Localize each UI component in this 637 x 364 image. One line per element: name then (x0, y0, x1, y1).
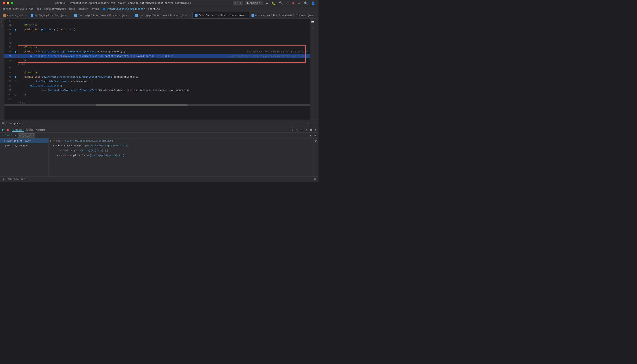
console-clear-btn[interactable]: 🗑 (2, 178, 6, 181)
var-item-application[interactable]: ▶ ∞ ∞ this.application = {SpringApplicat… (49, 153, 314, 158)
scroll-down-btn[interactable]: ▼ (313, 134, 317, 137)
tab-abstract[interactable]: AbstractApplicationEventMulticaster.java… (249, 12, 318, 18)
console-tab-btn[interactable]: 控制台 (25, 128, 34, 132)
resume-btn[interactable]: ▶ (1, 128, 5, 132)
scroll-up-btn[interactable]: ▲ (308, 134, 312, 137)
run-button[interactable]: ▶ (265, 1, 269, 5)
frames-btn[interactable]: ≡ (314, 128, 317, 132)
run-to-cursor-btn[interactable]: ⇥ (304, 128, 308, 132)
stop-debug-btn[interactable]: ⏹ (6, 128, 10, 132)
debug-side-expand-btn[interactable]: ⊞ (314, 139, 318, 143)
breakpoint-79[interactable] (14, 76, 16, 78)
filter-funnel-btn[interactable]: ▾ (14, 134, 17, 137)
var-item-this[interactable]: ▶ ≡≡ this = {EventPublishingRunListener@… (49, 138, 314, 143)
uses-count-1: 1个用法 (4, 63, 310, 66)
user-button[interactable]: 👤 (310, 1, 316, 5)
debug-button[interactable]: 🐛 (271, 1, 276, 5)
var-eq-args: = (78, 149, 80, 152)
breadcrumb-part-3[interactable]: boot (69, 8, 75, 10)
debug-settings-btn[interactable]: ⚙ (307, 122, 311, 126)
breadcrumb-part-2[interactable]: springframework (44, 8, 66, 10)
breakpoint-74[interactable] (14, 51, 16, 53)
code-scroll[interactable]: 67 68 @Override 69 public in (4, 18, 310, 120)
code-line-75: 75 → multicastInitialEvent(new Applicati… (4, 54, 310, 58)
tab-springapp[interactable]: SpringApplication.java ✕ (28, 12, 72, 18)
code-line-70: 70 (4, 32, 310, 36)
tab-label-apprun: AppRun.java (7, 14, 23, 17)
line-num-81: 81 (4, 84, 13, 87)
breadcrumb-part-1[interactable]: org (36, 8, 41, 10)
tab-close-apprun[interactable]: ✕ (25, 14, 26, 16)
breadcrumb-part-7[interactable]: starting (148, 8, 160, 10)
line-content-69: public int getOrder() { return 0; } (18, 28, 310, 31)
line-gutter-74 (13, 51, 18, 53)
line-gutter-75: → (13, 54, 18, 58)
run-config-button[interactable]: ▶ AppRun ▾ (245, 1, 263, 5)
code-line-71: 71 (4, 36, 310, 41)
tab-eventpublishing[interactable]: EventPublishingRunListener.java ✕ (192, 12, 249, 18)
minimize-button[interactable] (7, 2, 9, 4)
tab-apprun[interactable]: AppRun.java ✕ (1, 12, 28, 18)
translate-button[interactable]: ⇄ (297, 1, 301, 5)
breadcrumb-part-5[interactable]: event (92, 8, 99, 10)
reload-button[interactable]: ↺ (285, 1, 290, 5)
tab-close-springapp[interactable]: ✕ (68, 14, 69, 16)
traffic-lights (3, 2, 13, 4)
breadcrumb-part-6[interactable]: 🔵 EventPublishingRunListener (102, 8, 145, 10)
sidebar-btn-1[interactable]: ≡ (0, 20, 4, 23)
step-over-btn[interactable]: ⤵ (291, 128, 294, 132)
right-sidebar: 📖 ✓ (310, 18, 315, 120)
tab-close-abstract[interactable]: ✕ (315, 14, 316, 16)
step-into-btn[interactable]: ↘ (295, 128, 299, 132)
watch-input[interactable] (18, 133, 36, 138)
filter-active-btn[interactable]: ✓ "ma..." (1, 134, 13, 137)
call-stack-item-1[interactable]: ⚙ main:9, AppRun (0, 143, 48, 148)
bookmark-icon-btn[interactable]: 📖 (310, 20, 315, 24)
tab-close-springlisteners[interactable]: ✕ (129, 14, 130, 16)
debug-tab-close[interactable]: ✕ (22, 122, 24, 125)
nav-forward-button[interactable]: › (238, 1, 243, 6)
debug-tab-apprun[interactable]: ⚙ AppRun ✕ (10, 122, 24, 125)
tab-springlistener[interactable]: SpringApplicationRunListener.java ✕ (133, 12, 192, 18)
tab-close-springlistener[interactable]: ✕ (189, 14, 190, 16)
actuator-tab-btn[interactable]: Actuator (35, 128, 46, 132)
call-stack-icon-0: ⚙ (4, 140, 6, 142)
breadcrumb-part-4[interactable]: context (78, 8, 88, 10)
console-close-btn[interactable]: ✕ (313, 177, 317, 181)
search-button[interactable]: 🔍 (303, 1, 308, 5)
tab-springlisteners[interactable]: SpringApplicationRunListeners.java ✕ (72, 12, 133, 18)
code-editor[interactable]: 67 68 @Override 69 public in (4, 18, 310, 120)
tab-close-eventpublishing[interactable]: ✕ (245, 14, 246, 16)
close-button[interactable] (3, 2, 5, 4)
scrollbar-thumb-h[interactable] (96, 104, 188, 106)
debug-close-btn[interactable]: — (312, 122, 316, 126)
code-line-74: 74 public void starting(ConfigurableBoot… (4, 50, 310, 54)
line-gutter-80 (13, 80, 18, 82)
debug-side-panel: ⊞ (314, 138, 318, 176)
build-button[interactable]: 🔨 (278, 1, 284, 5)
maximize-button[interactable] (10, 2, 13, 4)
line-gutter-79 (13, 76, 18, 78)
breakpoint-69[interactable] (14, 29, 16, 30)
var-item-bootstrap[interactable]: ▶ ⦿ bootstrapContext = {DefaultBootstrap… (49, 143, 314, 148)
horizontal-scrollbar[interactable] (4, 104, 310, 106)
code-line-78: 78 @Override (4, 70, 310, 75)
title-bar-left (3, 2, 13, 4)
sidebar-btn-2[interactable]: ▷ (0, 24, 4, 27)
call-stack-item-0[interactable]: → ⚙ starting:75, Ever (0, 138, 48, 143)
var-name-bootstrap: bootstrapContext (58, 144, 82, 147)
line-content-78: @Override (18, 71, 310, 74)
var-icon-application: ∞ (59, 154, 60, 156)
var-item-args[interactable]: ∞ ∞ this.args = {String[0]@2227} [] (49, 148, 314, 153)
evaluate-btn[interactable]: 🖩 (309, 128, 313, 132)
var-icon-args: ∞ (60, 150, 61, 152)
debugger-tab-btn[interactable]: Debugger (12, 128, 24, 132)
tabs-bar: AppRun.java ✕ SpringApplication.java ✕ S… (0, 12, 318, 18)
check-icon-btn[interactable]: ✓ (310, 25, 315, 29)
step-out-btn[interactable]: ↗ (300, 128, 304, 132)
breadcrumb-part-0[interactable]: spring-boot-3.0.0.jar (3, 8, 34, 10)
stop-button[interactable]: ■ (292, 1, 295, 5)
tab-label-springapp: SpringApplication.java (34, 14, 66, 17)
nav-back-button[interactable]: ‹ (233, 1, 238, 6)
run-config-label: AppRun (250, 2, 258, 4)
